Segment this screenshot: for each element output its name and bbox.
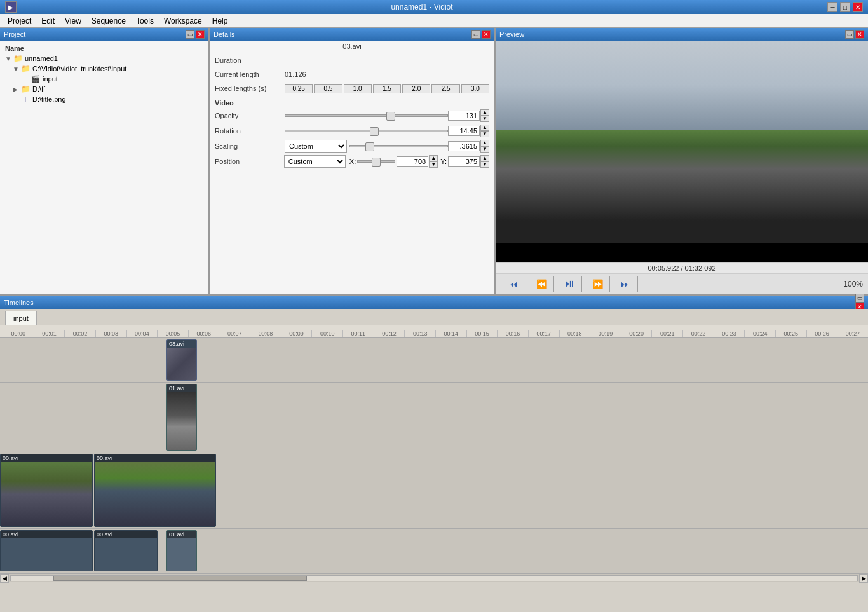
opacity-spin-up[interactable]: ▲	[480, 109, 489, 116]
preview-panel-close[interactable]: ✕	[855, 30, 864, 39]
opacity-slider-container	[285, 109, 448, 122]
fixed-len-25[interactable]: 2.5	[431, 84, 459, 93]
menu-tools[interactable]: Tools	[131, 15, 159, 27]
scaling-slider-track[interactable]	[349, 145, 448, 147]
menu-edit[interactable]: Edit	[36, 15, 60, 27]
video-section-label: Video	[210, 97, 494, 108]
clip-00avi-b2[interactable]: 00.avi	[0, 530, 93, 571]
position-dropdown[interactable]: Custom Center TopLeft TopRight	[284, 155, 346, 168]
timeline-tab-bar: input	[0, 309, 868, 325]
rotation-input-box: ▲ ▼	[448, 125, 489, 137]
ruler-mark-20: 00:20	[621, 330, 652, 337]
fixed-len-05[interactable]: 0.5	[314, 84, 342, 93]
position-y-spin-up[interactable]: ▲	[480, 155, 489, 161]
fixed-lengths-label: Fixed lengths (s)	[215, 85, 285, 92]
tree-toggle-dff[interactable]: ▶	[13, 86, 20, 93]
transport-prev-frame[interactable]: ⏪	[529, 276, 554, 292]
clip-00avi-b3[interactable]: 00.avi	[94, 530, 158, 571]
preview-transport-bar: ⏮ ⏪ ⏯ ⏩ ⏭ 100%	[496, 273, 868, 294]
minimize-button[interactable]: ─	[827, 2, 837, 12]
fixed-len-20[interactable]: 2.0	[402, 84, 430, 93]
menubar: Project Edit View Sequence Tools Workspa…	[0, 14, 868, 28]
tree-label-input: input	[43, 75, 58, 83]
details-panel-close[interactable]: ✕	[482, 30, 491, 39]
transport-skip-end[interactable]: ⏭	[613, 276, 638, 292]
scroll-right-arrow[interactable]: ▶	[859, 574, 868, 583]
clip-00avi-b2-thumb	[1, 538, 92, 571]
menu-sequence[interactable]: Sequence	[86, 15, 131, 27]
tree-item-vidiot-path[interactable]: ▼ 📁 C:\Vidiot\vidiot_trunk\test\input	[3, 64, 206, 74]
playhead-3	[182, 452, 182, 528]
rotation-spin-up[interactable]: ▲	[480, 125, 489, 131]
opacity-slider-thumb[interactable]	[386, 112, 395, 121]
details-panel-restore[interactable]: ▭	[471, 30, 480, 39]
details-duration-section: Duration Current length 01.126 Fixed len…	[210, 52, 494, 97]
rotation-slider-track[interactable]	[285, 130, 448, 132]
tree-item-input[interactable]: ▶ 🎬 input	[3, 74, 206, 84]
scroll-left-arrow[interactable]: ◀	[0, 574, 9, 583]
scaling-slider-thumb[interactable]	[365, 142, 374, 151]
menu-view[interactable]: View	[60, 15, 86, 27]
scroll-track-h[interactable]	[10, 575, 858, 581]
position-x-spin-up[interactable]: ▲	[429, 155, 438, 161]
fixed-len-10[interactable]: 1.0	[344, 84, 372, 93]
preview-panel-restore[interactable]: ▭	[845, 30, 854, 39]
fixed-len-30[interactable]: 3.0	[461, 84, 489, 93]
position-y-spin-down[interactable]: ▼	[480, 161, 489, 168]
fixed-len-025[interactable]: 0.25	[285, 84, 313, 93]
scroll-thumb-h[interactable]	[53, 576, 308, 581]
rotation-spin-down[interactable]: ▼	[480, 131, 489, 137]
ruler-mark-18: 00:18	[559, 330, 590, 337]
opacity-input[interactable]	[448, 111, 480, 121]
close-button[interactable]: ✕	[853, 2, 863, 12]
transport-skip-start[interactable]: ⏮	[501, 276, 526, 292]
position-x-spin-down[interactable]: ▼	[429, 161, 438, 168]
rotation-input[interactable]	[448, 126, 480, 136]
tree-item-root[interactable]: ▼ 📁 unnamed1	[3, 53, 206, 64]
tree-item-titlepng[interactable]: ▶ T D:\title.png	[3, 94, 206, 104]
scaling-spin-down[interactable]: ▼	[480, 146, 489, 153]
transport-play[interactable]: ⏯	[557, 276, 582, 292]
track-row-1: 03.avi	[0, 338, 868, 383]
menu-project[interactable]: Project	[3, 15, 36, 27]
maximize-button[interactable]: □	[840, 2, 850, 12]
position-y-spinners: ▲ ▼	[480, 155, 489, 168]
opacity-label: Opacity	[215, 112, 285, 119]
position-x-thumb[interactable]	[372, 158, 381, 167]
ruler-mark-1: 00:01	[34, 330, 65, 337]
tree-item-dff[interactable]: ▶ 📁 D:\ff	[3, 84, 206, 94]
tree-toggle-root[interactable]: ▼	[5, 55, 13, 62]
ruler-mark-22: 00:22	[682, 330, 714, 337]
position-y-input[interactable]	[448, 156, 480, 167]
rotation-slider-thumb[interactable]	[370, 127, 379, 136]
position-y-input-box: ▲ ▼	[448, 155, 489, 168]
ruler-mark-8: 00:08	[250, 330, 281, 337]
opacity-spin-down[interactable]: ▼	[480, 116, 489, 122]
scaling-dropdown[interactable]: Custom Original Fit Fill	[285, 140, 347, 153]
ruler-mark-7: 00:07	[219, 330, 250, 337]
transport-next-frame[interactable]: ⏩	[585, 276, 610, 292]
tree-toggle-vidiot[interactable]: ▼	[13, 65, 20, 72]
track-row-2: 01.avi	[0, 383, 868, 452]
clip-00avi-2-label: 00.avi	[95, 454, 215, 462]
clip-00avi-1[interactable]: 00.avi	[0, 454, 93, 527]
clip-00avi-2[interactable]: 00.avi	[94, 454, 216, 527]
position-x-track[interactable]	[357, 160, 395, 163]
folder-icon-dff: 📁	[20, 85, 31, 93]
timeline-tab-input[interactable]: input	[5, 311, 37, 325]
project-panel-close[interactable]: ✕	[196, 30, 205, 39]
scaling-input[interactable]	[448, 141, 480, 151]
opacity-slider-track[interactable]	[285, 114, 448, 117]
fixed-lengths-buttons: 0.25 0.5 1.0 1.5 2.0 2.5 3.0	[285, 84, 489, 93]
menu-workspace[interactable]: Workspace	[159, 15, 207, 27]
folder-icon-root: 📁	[13, 54, 23, 63]
fixed-len-15[interactable]: 1.5	[373, 84, 401, 93]
project-panel-restore[interactable]: ▭	[186, 30, 194, 39]
timelines-title: Timelines	[4, 299, 34, 306]
scaling-spin-up[interactable]: ▲	[480, 140, 489, 146]
timelines-area: Timelines ▭ ✕ input 00:00 00:01 00:02 00…	[0, 295, 868, 612]
position-x-input[interactable]	[397, 156, 428, 167]
menu-help[interactable]: Help	[207, 15, 233, 27]
timelines-restore[interactable]: ▭	[855, 294, 864, 303]
preview-black-bar	[496, 243, 868, 262]
